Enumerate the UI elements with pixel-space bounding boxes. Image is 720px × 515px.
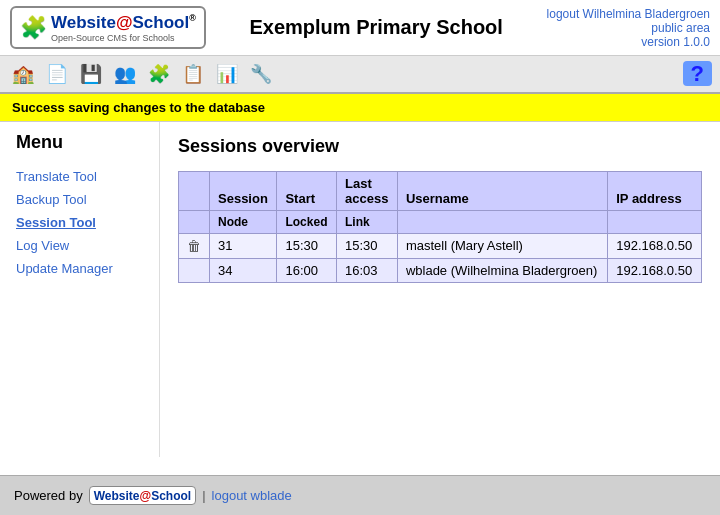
sidebar-item-log-view[interactable]: Log View — [16, 238, 143, 253]
col-start: Start — [277, 172, 337, 211]
help-icon-area: ? — [683, 61, 712, 87]
row2-action — [179, 259, 210, 283]
delete-session-31-button[interactable]: 🗑 — [187, 238, 201, 254]
sub-link: Link — [336, 211, 397, 234]
logo-subtitle: Open-Source CMS for Schools — [51, 33, 196, 43]
school-name: Exemplum Primary School — [206, 16, 547, 39]
footer-logo: Website@School — [89, 486, 197, 505]
sub-username-empty — [397, 211, 607, 234]
footer-logout-link[interactable]: logout wblade — [212, 488, 292, 503]
row1-session: 31 — [210, 234, 277, 259]
sessions-table: Session Start Lastaccess Username IP add… — [178, 171, 702, 283]
col-username: Username — [397, 172, 607, 211]
row1-username: mastell (Mary Astell) — [397, 234, 607, 259]
help-button[interactable]: ? — [683, 61, 712, 86]
tools-toolbar-icon[interactable]: 🔧 — [246, 60, 276, 88]
version-label: version 1.0.0 — [641, 35, 710, 49]
col-ip: IP address — [608, 172, 702, 211]
puzzle-toolbar-icon[interactable]: 🧩 — [144, 60, 174, 88]
powered-by-text: Powered by — [14, 488, 83, 503]
sidebar-item-session-tool[interactable]: Session Tool — [16, 215, 143, 230]
chart-toolbar-icon[interactable]: 📊 — [212, 60, 242, 88]
school-toolbar-icon[interactable]: 🏫 — [8, 60, 38, 88]
logo-box: 🧩 Website@School® Open-Source CMS for Sc… — [10, 6, 206, 49]
footer-separator: | — [202, 488, 205, 503]
user-info[interactable]: logout Wilhelmina Bladergroen public are… — [547, 7, 710, 49]
sidebar: Menu Translate Tool Backup Tool Session … — [0, 122, 160, 457]
row1-start: 15:30 — [277, 234, 337, 259]
row2-username: wblade (Wilhelmina Bladergroen) — [397, 259, 607, 283]
table-subheader-row: Node Locked Link — [179, 211, 702, 234]
page-title: Sessions overview — [178, 136, 702, 157]
row1-ip: 192.168.0.50 — [608, 234, 702, 259]
content-area: Menu Translate Tool Backup Tool Session … — [0, 122, 720, 457]
row2-last-access: 16:03 — [336, 259, 397, 283]
row1-action[interactable]: 🗑 — [179, 234, 210, 259]
table-row: 🗑 31 15:30 15:30 mastell (Mary Astell) 1… — [179, 234, 702, 259]
col-action — [179, 172, 210, 211]
sub-action — [179, 211, 210, 234]
sidebar-item-backup-tool[interactable]: Backup Tool — [16, 192, 143, 207]
row1-last-access: 15:30 — [336, 234, 397, 259]
save-toolbar-icon[interactable]: 💾 — [76, 60, 106, 88]
logout-link[interactable]: logout Wilhelmina Bladergroen — [547, 7, 710, 21]
header: 🧩 Website@School® Open-Source CMS for Sc… — [0, 0, 720, 56]
logo-area: 🧩 Website@School® Open-Source CMS for Sc… — [10, 6, 206, 49]
success-bar: Success saving changes to the database — [0, 94, 720, 122]
sub-node: Node — [210, 211, 277, 234]
clipboard-toolbar-icon[interactable]: 📋 — [178, 60, 208, 88]
sidebar-item-translate-tool[interactable]: Translate Tool — [16, 169, 143, 184]
logo-puzzle-icon: 🧩 — [20, 15, 47, 41]
logo-text: Website@School® — [51, 12, 196, 32]
row2-ip: 192.168.0.50 — [608, 259, 702, 283]
row2-start: 16:00 — [277, 259, 337, 283]
row2-session: 34 — [210, 259, 277, 283]
table-header-row: Session Start Lastaccess Username IP add… — [179, 172, 702, 211]
main-content: Sessions overview Session Start Lastacce… — [160, 122, 720, 457]
sidebar-heading: Menu — [16, 132, 143, 153]
file-toolbar-icon[interactable]: 📄 — [42, 60, 72, 88]
toolbar: 🏫 📄 💾 👥 🧩 📋 📊 🔧 ? — [0, 56, 720, 94]
col-last-access: Lastaccess — [336, 172, 397, 211]
table-row: 34 16:00 16:03 wblade (Wilhelmina Blader… — [179, 259, 702, 283]
sub-ip-empty — [608, 211, 702, 234]
users-toolbar-icon[interactable]: 👥 — [110, 60, 140, 88]
col-session: Session — [210, 172, 277, 211]
sidebar-item-update-manager[interactable]: Update Manager — [16, 261, 143, 276]
footer: Powered by Website@School | logout wblad… — [0, 475, 720, 515]
area-label: public area — [651, 21, 710, 35]
sub-locked: Locked — [277, 211, 337, 234]
